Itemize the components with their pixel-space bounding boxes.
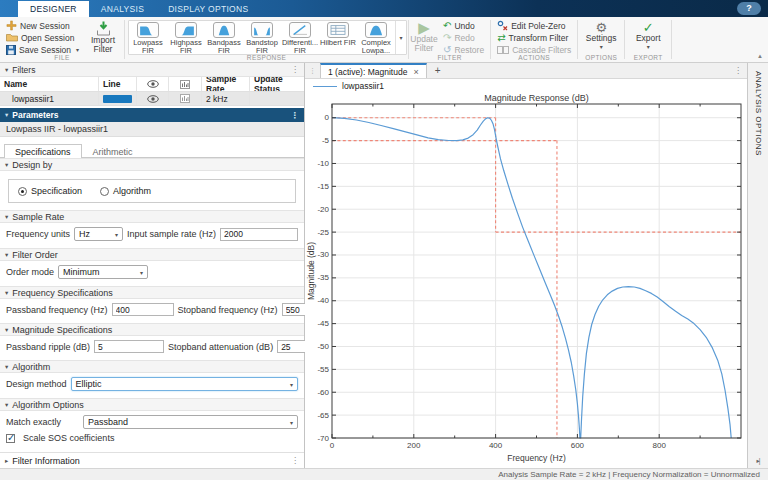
design-method-select[interactable]: Elliptic ▾ xyxy=(71,377,298,391)
export-group-label: EXPORT xyxy=(625,54,671,61)
visibility-toggle[interactable] xyxy=(137,92,169,105)
gallery-expand-button[interactable]: ▾ xyxy=(395,21,406,54)
response-gallery: Lowpass FIR Highpass FIR Bandpass FIR Ba… xyxy=(128,20,407,55)
input-sample-rate-label: Input sample rate (Hz) xyxy=(127,229,216,239)
filter-information-header[interactable]: ▸ Filter Information ⋮ xyxy=(0,452,304,468)
add-plot-tab-button[interactable]: + xyxy=(427,65,449,76)
filter-sample-rate: 2 kHz xyxy=(202,92,250,105)
differentiator-icon xyxy=(289,22,311,38)
parameters-panel-header[interactable]: ▾ Parameters ⋮ xyxy=(0,108,304,122)
svg-text:-50: -50 xyxy=(317,342,329,351)
tab-specifications[interactable]: Specifications xyxy=(4,144,82,158)
section-design-by[interactable]: ▾ Design by xyxy=(0,158,304,171)
section-algorithm[interactable]: ▾ Algorithm xyxy=(0,360,304,373)
analysis-options-strip[interactable]: ANALYSIS OPTIONS ▸| xyxy=(747,63,768,468)
match-exactly-select[interactable]: Passband ▾ xyxy=(83,415,298,429)
help-button[interactable]: ? xyxy=(737,2,761,15)
passband-frequency-field[interactable] xyxy=(112,303,174,316)
menu-icon[interactable]: ⋮ xyxy=(291,65,299,74)
collapse-ribbon-button[interactable]: ▲ xyxy=(757,53,763,59)
filters-panel-header[interactable]: ▾ Filters ⋮ xyxy=(0,63,304,77)
magnitude-plot[interactable]: 02004006008000-5-10-15-20-25-30-35-40-45… xyxy=(305,93,747,468)
svg-text:-70: -70 xyxy=(317,434,329,443)
update-filter-icon: ▶ xyxy=(418,21,430,35)
open-session-button[interactable]: Open Session xyxy=(3,32,82,43)
passband-frequency-label: Passband frequency (Hz) xyxy=(6,305,108,315)
close-icon[interactable]: × xyxy=(413,67,418,77)
scale-sos-checkbox[interactable] xyxy=(6,434,15,443)
ribbon-group-response: Lowpass FIR Highpass FIR Bandpass FIR Ba… xyxy=(125,17,408,62)
plot-panel: ⋮ 1 (active): Magnitude × + ⋮ lowpassiir… xyxy=(305,63,747,468)
match-exactly-label: Match exactly xyxy=(6,417,61,427)
redo-icon: ↷ xyxy=(443,33,451,43)
tab-arithmetic[interactable]: Arithmetic xyxy=(82,144,144,158)
order-mode-select[interactable]: Minimum ▾ xyxy=(58,265,148,279)
response-item-bandstop-fir[interactable]: Bandstop FIR xyxy=(243,21,281,54)
response-item-highpass-fir[interactable]: Highpass FIR xyxy=(167,21,205,54)
undo-button[interactable]: ↶ Undo xyxy=(440,20,487,31)
section-algorithm-options[interactable]: ▾ Algorithm Options xyxy=(0,398,304,411)
chevron-down-icon: ▾ xyxy=(284,381,293,388)
menu-icon[interactable]: ⋮ xyxy=(291,456,299,465)
frequency-units-select[interactable]: Hz ▾ xyxy=(74,227,123,241)
radio-specification[interactable]: Specification xyxy=(18,186,82,196)
export-button[interactable]: ✓ Export ▾ xyxy=(628,19,668,52)
filters-panel-title: Filters xyxy=(12,65,35,75)
plot-legend: lowpassiir1 xyxy=(305,79,747,93)
chevron-down-icon: ▾ xyxy=(76,46,79,53)
collapse-icon: ▾ xyxy=(5,213,8,221)
radio-icon xyxy=(100,187,109,196)
import-filter-label2: Filter xyxy=(94,45,113,54)
transform-filter-button[interactable]: ⇄ Transform Filter xyxy=(494,32,574,43)
chevron-down-icon: ▾ xyxy=(109,231,118,238)
expand-icon: ▸ xyxy=(5,457,8,465)
menu-icon[interactable]: ⋮ xyxy=(291,111,299,120)
response-item-differentiator-fir[interactable]: Differenti... FIR xyxy=(281,21,319,54)
collapse-icon: ▾ xyxy=(5,66,8,74)
response-group-label: RESPONSE xyxy=(125,54,408,61)
section-filter-order[interactable]: ▾ Filter Order xyxy=(0,248,304,261)
ribbon-group-filter: ▶ Update Filter ↶ Undo ↷ Redo ↺ Restore … xyxy=(409,17,490,62)
svg-text:-15: -15 xyxy=(317,182,329,191)
passband-ripple-field[interactable] xyxy=(94,340,164,353)
update-filter-button[interactable]: ▶ Update Filter xyxy=(412,19,436,53)
stem-plot-icon xyxy=(180,80,190,89)
panel-grip-icon[interactable]: ⋮ xyxy=(305,67,320,75)
redo-button[interactable]: ↷ Redo xyxy=(440,32,487,43)
svg-text:-60: -60 xyxy=(317,388,329,397)
filter-group-label: FILTER xyxy=(409,54,490,61)
stem-toggle[interactable] xyxy=(169,92,202,105)
section-sample-rate[interactable]: ▾ Sample Rate xyxy=(0,210,304,223)
ribbon-group-file: New Session Open Session Save Session ▾ … xyxy=(0,17,124,62)
magnitude-plot-tab[interactable]: 1 (active): Magnitude × xyxy=(320,63,427,78)
tab-display-options[interactable]: DISPLAY OPTIONS xyxy=(156,1,260,17)
section-magnitude-specifications[interactable]: ▾ Magnitude Specifications xyxy=(0,323,304,336)
save-floppy-icon xyxy=(6,45,16,55)
undo-icon: ↶ xyxy=(443,21,451,31)
edit-pole-zero-button[interactable]: Edit Pole-Zero xyxy=(494,20,574,31)
left-panel: ▾ Filters ⋮ Name Line Sample Rate Update… xyxy=(0,63,305,468)
new-session-button[interactable]: New Session xyxy=(3,20,82,31)
tab-designer[interactable]: DESIGNER xyxy=(18,1,89,17)
import-filter-button[interactable]: Import Filter xyxy=(85,19,121,54)
dock-panel-icon[interactable]: ▸| xyxy=(757,457,760,465)
collapse-icon: ▾ xyxy=(5,326,8,334)
legend-line-sample xyxy=(313,86,337,87)
response-item-lowpass-fir[interactable]: Lowpass FIR xyxy=(129,21,167,54)
line-color-swatch[interactable] xyxy=(103,95,132,103)
tab-analysis[interactable]: ANALYSIS xyxy=(89,1,156,17)
response-item-hilbert-fir[interactable]: Hilbert FIR xyxy=(319,21,357,54)
response-item-complex-lowpass[interactable]: Complex Lowpa... xyxy=(357,21,395,54)
stem-plot-icon xyxy=(180,94,190,103)
settings-button[interactable]: ⚙ Settings ▾ xyxy=(581,19,621,52)
menu-icon[interactable]: ⋮ xyxy=(729,66,747,75)
radio-icon xyxy=(18,187,27,196)
frequency-units-label: Frequency units xyxy=(6,229,70,239)
filters-table-header: Name Line Sample Rate Update Status xyxy=(0,77,304,92)
section-frequency-specifications[interactable]: ▾ Frequency Specifications xyxy=(0,286,304,299)
collapse-icon: ▾ xyxy=(5,289,8,297)
radio-algorithm[interactable]: Algorithm xyxy=(100,186,151,196)
response-item-bandpass-fir[interactable]: Bandpass FIR xyxy=(205,21,243,54)
filter-table-row[interactable]: lowpassiir1 2 kHz xyxy=(0,92,304,106)
input-sample-rate-field[interactable] xyxy=(220,228,298,241)
